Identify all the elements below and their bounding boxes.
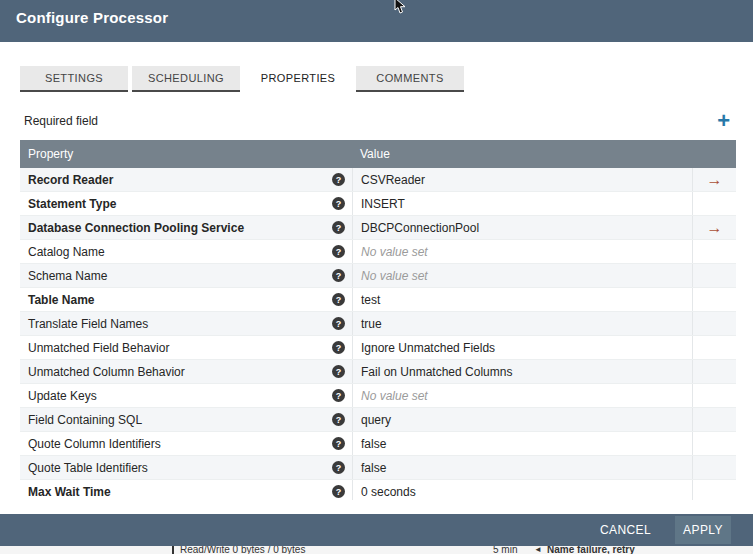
dialog-title: Configure Processor: [0, 0, 753, 26]
property-label: Update Keys: [28, 389, 97, 403]
property-name-cell: Translate Field Names?: [20, 312, 352, 335]
property-label: Statement Type: [28, 197, 116, 211]
property-value-cell[interactable]: test: [352, 288, 692, 311]
goto-empty-cell: [692, 312, 736, 335]
mouse-cursor: [394, 0, 408, 14]
goto-empty-cell: [692, 456, 736, 479]
help-icon[interactable]: ?: [332, 365, 345, 378]
property-label: Quote Table Identifiers: [28, 461, 148, 475]
property-value-cell[interactable]: true: [352, 312, 692, 335]
property-row[interactable]: Max Wait Time?0 seconds: [20, 480, 736, 500]
property-value-cell[interactable]: false: [352, 432, 692, 455]
apply-button[interactable]: APPLY: [675, 516, 731, 544]
property-row[interactable]: Field Containing SQL?query: [20, 408, 736, 432]
help-icon[interactable]: ?: [332, 485, 345, 498]
goto-service-arrow-icon[interactable]: →: [692, 168, 736, 191]
property-value-cell[interactable]: false: [352, 456, 692, 479]
required-field-label: Required field: [20, 114, 98, 128]
help-icon[interactable]: ?: [332, 245, 345, 258]
dialog-footer: CANCEL APPLY: [0, 514, 753, 546]
property-name-cell: Max Wait Time?: [20, 480, 352, 500]
dialog-header: Configure Processor: [0, 0, 753, 42]
canvas-status-strip: Read/Write 0 bytes / 0 bytes 5 min ◄ Nam…: [0, 546, 753, 554]
property-row[interactable]: Quote Table Identifiers?false: [20, 456, 736, 480]
property-value-cell[interactable]: 0 seconds: [352, 480, 692, 500]
help-icon[interactable]: ?: [332, 461, 345, 474]
speaker-icon: ◄: [534, 546, 542, 554]
property-value-cell[interactable]: No value set: [352, 264, 692, 287]
property-label: Quote Column Identifiers: [28, 437, 161, 451]
goto-empty-cell: [692, 264, 736, 287]
property-row[interactable]: Update Keys?No value set: [20, 384, 736, 408]
cancel-button[interactable]: CANCEL: [600, 523, 651, 537]
property-name-cell: Update Keys?: [20, 384, 352, 407]
property-row[interactable]: Record Reader?CSVReader→: [20, 168, 736, 192]
divider: [172, 546, 174, 554]
goto-service-arrow-icon[interactable]: →: [692, 216, 736, 239]
help-icon[interactable]: ?: [332, 221, 345, 234]
property-row[interactable]: Quote Column Identifiers?false: [20, 432, 736, 456]
property-value-cell[interactable]: INSERT: [352, 192, 692, 215]
property-value-cell[interactable]: DBCPConnectionPool: [352, 216, 692, 239]
property-name-cell: Catalog Name?: [20, 240, 352, 263]
property-row[interactable]: Schema Name?No value set: [20, 264, 736, 288]
help-icon[interactable]: ?: [332, 197, 345, 210]
property-name-cell: Unmatched Field Behavior?: [20, 336, 352, 359]
goto-empty-cell: [692, 192, 736, 215]
tab-comments[interactable]: COMMENTS: [356, 66, 464, 92]
help-icon[interactable]: ?: [332, 437, 345, 450]
tab-settings[interactable]: SETTINGS: [20, 66, 128, 92]
property-label: Schema Name: [28, 269, 107, 283]
property-row[interactable]: Translate Field Names?true: [20, 312, 736, 336]
property-value-cell[interactable]: Fail on Unmatched Columns: [352, 360, 692, 383]
goto-empty-cell: [692, 432, 736, 455]
goto-empty-cell: [692, 384, 736, 407]
property-name-cell: Quote Column Identifiers?: [20, 432, 352, 455]
goto-empty-cell: [692, 240, 736, 263]
property-row[interactable]: Database Connection Pooling Service?DBCP…: [20, 216, 736, 240]
property-label: Translate Field Names: [28, 317, 148, 331]
property-row[interactable]: Unmatched Field Behavior?Ignore Unmatche…: [20, 336, 736, 360]
property-value-cell[interactable]: No value set: [352, 240, 692, 263]
property-row[interactable]: Statement Type?INSERT: [20, 192, 736, 216]
property-row[interactable]: Table Name?test: [20, 288, 736, 312]
property-label: Database Connection Pooling Service: [28, 221, 244, 235]
help-icon[interactable]: ?: [332, 317, 345, 330]
goto-empty-cell: [692, 360, 736, 383]
goto-empty-cell: [692, 480, 736, 500]
property-name-cell: Record Reader?: [20, 168, 352, 191]
property-label: Catalog Name: [28, 245, 105, 259]
table-header: Property Value: [20, 140, 736, 168]
property-name-cell: Database Connection Pooling Service?: [20, 216, 352, 239]
property-name-cell: Table Name?: [20, 288, 352, 311]
help-icon[interactable]: ?: [332, 413, 345, 426]
property-name-cell: Unmatched Column Behavior?: [20, 360, 352, 383]
table-toolbar: Required field +: [20, 106, 736, 136]
property-label: Table Name: [28, 293, 94, 307]
help-icon[interactable]: ?: [332, 173, 345, 186]
property-name-cell: Schema Name?: [20, 264, 352, 287]
help-icon[interactable]: ?: [332, 389, 345, 402]
property-value-cell[interactable]: CSVReader: [352, 168, 692, 191]
property-label: Record Reader: [28, 173, 113, 187]
add-property-button[interactable]: +: [711, 110, 736, 132]
tab-bar: SETTINGSSCHEDULINGPROPERTIESCOMMENTS: [20, 66, 464, 92]
property-name-cell: Quote Table Identifiers?: [20, 456, 352, 479]
property-row[interactable]: Unmatched Column Behavior?Fail on Unmatc…: [20, 360, 736, 384]
connection-label: Name failure, retry: [547, 546, 635, 554]
property-label: Max Wait Time: [28, 485, 111, 499]
goto-empty-cell: [692, 288, 736, 311]
help-icon[interactable]: ?: [332, 269, 345, 282]
help-icon[interactable]: ?: [332, 293, 345, 306]
property-label: Unmatched Field Behavior: [28, 341, 169, 355]
property-value-cell[interactable]: No value set: [352, 384, 692, 407]
help-icon[interactable]: ?: [332, 341, 345, 354]
property-label: Field Containing SQL: [28, 413, 142, 427]
tab-scheduling[interactable]: SCHEDULING: [132, 66, 240, 92]
property-value-cell[interactable]: Ignore Unmatched Fields: [352, 336, 692, 359]
configure-processor-dialog: Configure Processor SETTINGSSCHEDULINGPR…: [0, 0, 753, 554]
property-value-cell[interactable]: query: [352, 408, 692, 431]
property-row[interactable]: Catalog Name?No value set: [20, 240, 736, 264]
tab-properties[interactable]: PROPERTIES: [244, 66, 352, 92]
property-name-cell: Field Containing SQL?: [20, 408, 352, 431]
